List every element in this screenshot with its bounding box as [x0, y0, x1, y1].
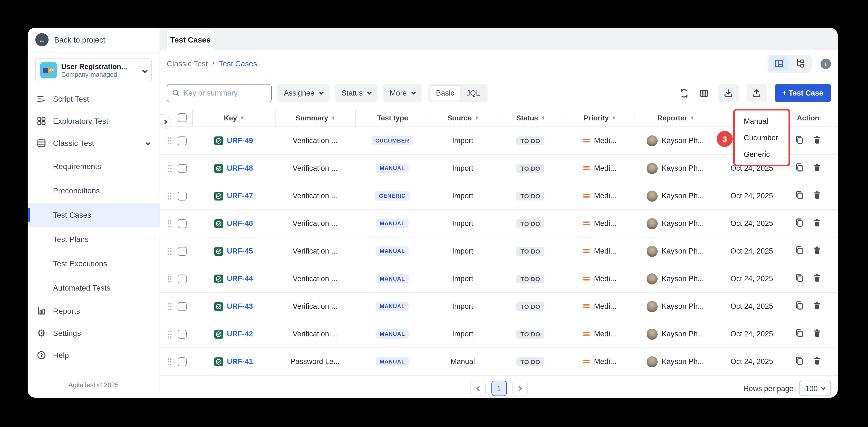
status-cell[interactable]: TO DO	[496, 321, 565, 347]
project-selector[interactable]: User Registration... Company-managed	[35, 58, 152, 82]
sidebar-item-exploratory-test[interactable]: Exploratory Test	[28, 110, 160, 132]
delete-button[interactable]	[812, 328, 822, 340]
status-cell[interactable]: TO DO	[496, 348, 565, 375]
priority-cell[interactable]: Medi...	[565, 155, 634, 182]
delete-button[interactable]	[812, 190, 822, 202]
copy-button[interactable]	[794, 245, 804, 257]
status-cell[interactable]: TO DO	[496, 182, 565, 209]
search-input[interactable]	[183, 89, 267, 97]
test-type-cell[interactable]: GENERIC	[355, 182, 430, 209]
drag-handle[interactable]	[160, 293, 172, 320]
summary-cell[interactable]: Verification ...	[275, 238, 355, 265]
row-checkbox[interactable]	[178, 164, 187, 173]
sidebar-item-help[interactable]: ?Help	[28, 344, 160, 366]
next-page-button[interactable]	[512, 380, 528, 396]
summary-cell[interactable]: Verification ...	[275, 155, 355, 182]
status-filter-button[interactable]: Status	[335, 84, 378, 102]
sort-icon[interactable]: ▲▼	[612, 116, 616, 120]
sidebar-item-test-cases[interactable]: Test Cases	[28, 203, 160, 227]
sidebar-item-test-plans[interactable]: Test Plans	[28, 227, 160, 251]
list-view-button[interactable]	[769, 56, 789, 71]
refresh-button[interactable]	[677, 87, 690, 100]
tree-view-button[interactable]	[790, 56, 810, 71]
sidebar-item-settings[interactable]: ⚙Settings	[28, 322, 160, 344]
delete-button[interactable]	[812, 301, 822, 312]
test-case-key-link[interactable]: URF-42	[227, 330, 253, 338]
row-checkbox[interactable]	[178, 191, 187, 200]
summary-cell[interactable]: Verification ...	[275, 182, 355, 209]
sort-icon[interactable]: ▲▼	[475, 116, 479, 120]
status-cell[interactable]: TO DO	[496, 238, 565, 265]
copy-button[interactable]	[794, 328, 804, 340]
row-checkbox[interactable]	[178, 357, 187, 366]
priority-cell[interactable]: Medi...	[565, 182, 634, 209]
delete-button[interactable]	[812, 162, 822, 174]
test-type-cell[interactable]: MANUAL	[355, 293, 430, 320]
status-cell[interactable]: TO DO	[496, 210, 565, 237]
summary-cell[interactable]: Verification ...	[275, 210, 355, 237]
row-checkbox[interactable]	[178, 219, 187, 228]
delete-button[interactable]	[812, 135, 822, 146]
breadcrumb-current[interactable]: Test Cases	[219, 59, 257, 68]
delete-button[interactable]	[812, 245, 822, 257]
breadcrumb-parent[interactable]: Classic Test	[167, 59, 208, 68]
summary-cell[interactable]: Verification ...	[275, 321, 355, 347]
drag-handle[interactable]	[160, 210, 172, 237]
export-button[interactable]	[746, 84, 767, 102]
summary-cell[interactable]: Verification ...	[275, 265, 355, 292]
summary-cell[interactable]: Verification ...	[275, 293, 355, 320]
import-button[interactable]	[718, 84, 739, 102]
test-case-key-link[interactable]: URF-45	[227, 247, 253, 255]
test-case-key-link[interactable]: URF-41	[227, 357, 253, 366]
dropdown-option-manual[interactable]: Manual	[735, 113, 788, 129]
drag-handle[interactable]	[160, 238, 172, 265]
more-filter-button[interactable]: More	[383, 84, 422, 102]
copy-button[interactable]	[794, 218, 804, 229]
test-case-key-link[interactable]: URF-49	[227, 136, 253, 145]
sidebar-item-reports[interactable]: Reports	[28, 300, 160, 322]
copy-button[interactable]	[794, 273, 804, 284]
sort-icon[interactable]: ▲▼	[541, 116, 545, 120]
back-to-project[interactable]: ← Back to project	[28, 28, 160, 53]
test-case-key-link[interactable]: URF-46	[227, 219, 253, 227]
drag-handle[interactable]	[160, 321, 172, 347]
priority-cell[interactable]: Medi...	[565, 293, 634, 320]
status-cell[interactable]: TO DO	[496, 127, 565, 154]
sidebar-item-automated-tests[interactable]: Automated Tests	[28, 276, 160, 300]
row-checkbox[interactable]	[178, 136, 187, 145]
priority-cell[interactable]: Medi...	[565, 321, 634, 347]
copy-button[interactable]	[794, 301, 804, 312]
test-type-cell[interactable]: MANUAL	[355, 210, 430, 237]
test-type-cell[interactable]: MANUAL	[355, 321, 430, 347]
drag-handle[interactable]	[160, 155, 172, 182]
sidebar-item-preconditions[interactable]: Preconditions	[28, 178, 160, 203]
test-case-key-link[interactable]: URF-48	[227, 164, 253, 172]
priority-cell[interactable]: Medi...	[565, 348, 634, 375]
test-case-key-link[interactable]: URF-43	[227, 302, 253, 310]
test-case-key-link[interactable]: URF-47	[227, 192, 253, 200]
drag-handle[interactable]	[160, 348, 172, 375]
columns-button[interactable]	[697, 87, 710, 100]
summary-cell[interactable]: Verification ...	[275, 127, 355, 154]
delete-button[interactable]	[812, 356, 822, 367]
rows-per-page-select[interactable]: 100	[799, 380, 831, 396]
column-header-key[interactable]: Key▲▼	[192, 109, 275, 126]
status-cell[interactable]: TO DO	[496, 265, 565, 292]
copy-button[interactable]	[794, 356, 804, 367]
column-header-priority[interactable]: Priority▲▼	[565, 109, 634, 126]
delete-button[interactable]	[812, 273, 822, 284]
delete-button[interactable]	[812, 218, 822, 229]
drag-handle[interactable]	[160, 182, 172, 209]
prev-page-button[interactable]	[470, 380, 486, 396]
row-checkbox[interactable]	[178, 274, 187, 283]
back-arrow-icon[interactable]: ←	[35, 33, 49, 47]
row-checkbox[interactable]	[178, 302, 187, 311]
info-icon[interactable]: i	[820, 58, 831, 69]
column-header-reporter[interactable]: Reporter▲▼	[634, 109, 717, 126]
priority-cell[interactable]: Medi...	[565, 265, 634, 292]
test-case-key-link[interactable]: URF-44	[227, 275, 253, 283]
add-test-case-button[interactable]: + Test Case	[774, 84, 831, 102]
test-type-cell[interactable]: MANUAL	[355, 155, 430, 182]
page-1-button[interactable]: 1	[491, 380, 506, 396]
test-type-cell[interactable]: MANUAL	[355, 238, 430, 265]
